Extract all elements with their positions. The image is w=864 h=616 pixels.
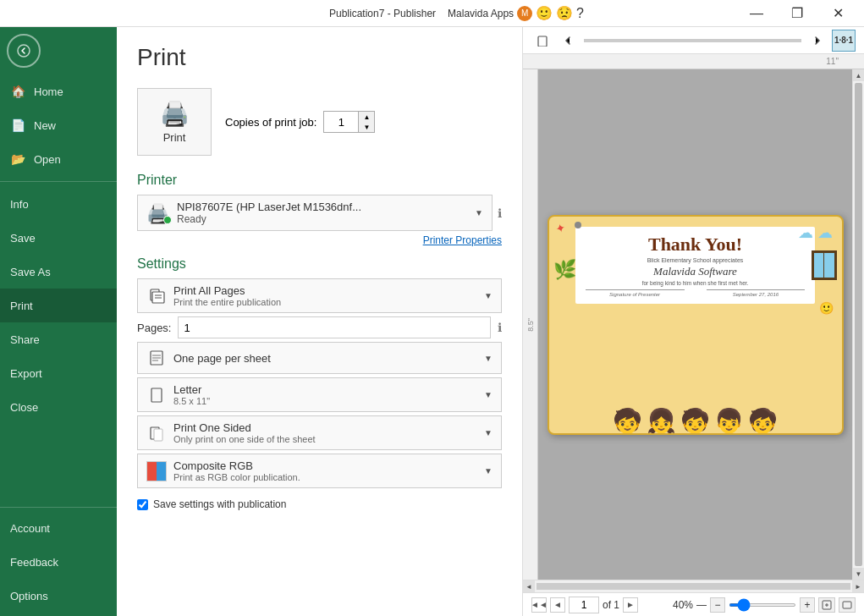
- one-per-sheet-text: One page per sheet: [173, 352, 477, 365]
- fit-width-button[interactable]: [839, 597, 856, 613]
- next-page-button[interactable]: [806, 30, 828, 52]
- sidebar-item-save-as[interactable]: Save As: [0, 255, 117, 289]
- print-button[interactable]: 🖨️ Print: [137, 88, 212, 156]
- zoom-slider[interactable]: [729, 603, 796, 607]
- pages-info-icon[interactable]: ℹ: [498, 321, 502, 334]
- sidebar-item-home[interactable]: 🏠 Home: [0, 74, 117, 108]
- open-icon: 📂: [10, 152, 25, 166]
- close-button[interactable]: ✕: [818, 0, 857, 27]
- preview-area: 8.5" ✦ ☁ ☁ 🌿: [523, 69, 864, 580]
- sidebar-item-export[interactable]: Export: [0, 356, 117, 390]
- scroll-down-button[interactable]: ▼: [853, 568, 864, 580]
- copies-decrement[interactable]: ▼: [359, 122, 374, 132]
- sidebar-label-feedback: Feedback: [10, 556, 58, 569]
- scroll-up-button[interactable]: ▲: [853, 69, 864, 81]
- dec-star: ✦: [554, 220, 568, 236]
- preview-scrollbar-horizontal[interactable]: ◄ ►: [523, 580, 864, 592]
- preview-canvas[interactable]: ✦ ☁ ☁ 🌿 🙂: [538, 69, 852, 580]
- sidebar-item-new[interactable]: 📄 New: [0, 108, 117, 142]
- back-button[interactable]: [7, 34, 41, 68]
- print-all-pages-subtitle: Print the entire publication: [173, 297, 477, 307]
- composite-title: Composite RGB: [173, 459, 477, 472]
- prev-page-button[interactable]: [557, 30, 579, 52]
- sidebar-item-account[interactable]: Account: [0, 511, 117, 545]
- sidebar-item-open[interactable]: 📂 Open: [0, 142, 117, 176]
- sidebar-item-options[interactable]: Options: [0, 579, 117, 613]
- copies-spinner[interactable]: ▲ ▼: [323, 111, 375, 133]
- zoom-area: 40% — − +: [673, 597, 856, 613]
- window-title: Publication7 - Publisher: [329, 8, 436, 19]
- printer-info: NPI87607E (HP LaserJet M1536dnf... Ready: [177, 201, 468, 225]
- paper-size-icon: [146, 385, 167, 405]
- page-navigation: ◄◄ ◄ of 1 ►: [531, 597, 638, 613]
- ruler-vertical: 8.5": [523, 69, 538, 580]
- preview-scrollbar-vertical[interactable]: ▲ ▼: [852, 69, 864, 580]
- sidebar-item-save[interactable]: Save: [0, 221, 117, 255]
- sidebar-label-options: Options: [10, 590, 48, 602]
- titlebar-app-label: Malavida Apps M 🙂 😟 ?: [448, 5, 584, 21]
- sidebar-label-print: Print: [10, 300, 33, 312]
- next-page-nav-button[interactable]: ►: [623, 597, 638, 613]
- save-settings-checkbox[interactable]: [137, 499, 148, 510]
- scroll-thumb-vertical[interactable]: [855, 83, 862, 566]
- printer-selector[interactable]: 🖨️ NPI87607E (HP LaserJet M1536dnf... Re…: [137, 195, 493, 231]
- sidebar-label-open: Open: [34, 153, 61, 166]
- print-all-pages-row[interactable]: Print All Pages Print the entire publica…: [137, 278, 502, 313]
- print-btn-area: 🖨️ Print Copies of print job: ▲ ▼: [137, 88, 502, 156]
- pages-input[interactable]: [178, 316, 491, 338]
- fit-page-button[interactable]: [531, 30, 553, 52]
- printer-properties-link[interactable]: Printer Properties: [137, 234, 502, 246]
- fit-page-zoom-button[interactable]: [818, 597, 835, 613]
- scroll-track-horizontal[interactable]: [537, 583, 850, 590]
- one-per-sheet-icon: [146, 348, 167, 368]
- prev-page-nav-button[interactable]: ◄: [550, 597, 565, 613]
- minimize-button[interactable]: —: [737, 0, 776, 27]
- sidebar-item-feedback[interactable]: Feedback: [0, 545, 117, 579]
- sidebar-label-save: Save: [10, 232, 36, 245]
- sidebar-label-info: Info: [10, 198, 29, 211]
- sidebar-item-info[interactable]: Info: [0, 187, 117, 221]
- sidebar-label-new: New: [34, 119, 56, 132]
- print-panel: Print 🖨️ Print Copies of print job: ▲: [117, 27, 523, 616]
- sidebar-item-share[interactable]: Share: [0, 322, 117, 356]
- sidebar-label-account: Account: [10, 522, 50, 535]
- sidebar-item-close[interactable]: Close: [0, 390, 117, 424]
- composite-rgb-row[interactable]: Composite RGB Print as RGB color publica…: [137, 454, 502, 488]
- paper-size-row[interactable]: Letter 8.5 x 11" ▼: [137, 377, 502, 412]
- ruler-h-label: 11": [826, 57, 839, 66]
- card-content: Thank You! Blick Elementary School appre…: [575, 227, 816, 304]
- zoom-in-button[interactable]: +: [800, 597, 815, 613]
- dec-plant: 🌿: [553, 259, 576, 281]
- restore-button[interactable]: ❐: [778, 0, 817, 27]
- copies-increment[interactable]: ▲: [359, 112, 374, 122]
- scroll-right-button[interactable]: ►: [852, 580, 864, 592]
- pages-label: Pages:: [137, 322, 171, 334]
- sidebar-item-print[interactable]: Print: [0, 289, 117, 322]
- page-total-label: of 1: [603, 599, 619, 611]
- copies-input[interactable]: [324, 114, 358, 130]
- zoom-out-button[interactable]: −: [710, 597, 725, 613]
- ruler-horizontal: 11": [523, 54, 864, 69]
- window-controls[interactable]: — ❐ ✕: [737, 0, 857, 27]
- one-sided-icon: [146, 423, 167, 443]
- preview-bottom: ◄ ► ◄◄ ◄ of 1 ► 40: [523, 580, 864, 616]
- card-software-name: Malavida Software: [586, 265, 806, 278]
- sig-date: September 27, 2016: [707, 289, 806, 297]
- copies-arrows: ▲ ▼: [358, 112, 374, 132]
- printer-dropdown-arrow: ▼: [475, 208, 483, 217]
- zoom-active-button[interactable]: 1·8·1: [832, 30, 856, 52]
- svg-rect-14: [843, 602, 851, 608]
- current-page-input[interactable]: [569, 597, 599, 613]
- printer-icon: 🖨️: [160, 100, 190, 128]
- one-per-sheet-arrow: ▼: [484, 354, 493, 363]
- first-page-button[interactable]: ◄◄: [531, 597, 547, 613]
- scroll-left-button[interactable]: ◄: [523, 580, 535, 592]
- preview-page-slider[interactable]: [584, 39, 801, 42]
- svg-rect-11: [154, 429, 162, 441]
- svg-point-0: [18, 45, 30, 57]
- printer-info-icon[interactable]: ℹ: [498, 206, 502, 220]
- one-per-sheet-row[interactable]: One page per sheet ▼: [137, 342, 502, 374]
- dec-smiley: 🙂: [819, 301, 834, 315]
- composite-icon: [146, 461, 167, 481]
- one-sided-row[interactable]: Print One Sided Only print on one side o…: [137, 415, 502, 450]
